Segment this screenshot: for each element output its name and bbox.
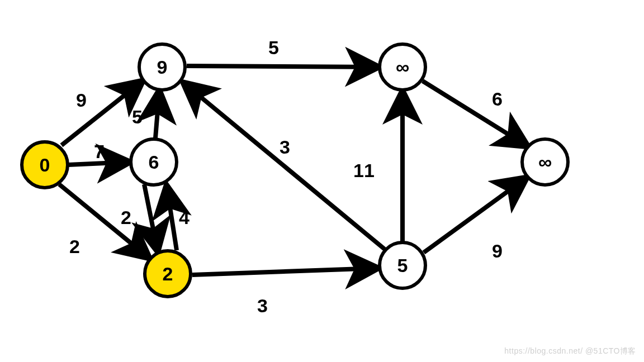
svg-line-4 <box>144 184 158 251</box>
node-A: 0 <box>20 140 69 189</box>
weight-BF: 5 <box>268 37 279 59</box>
node-C-label: 6 <box>149 151 159 173</box>
node-F-label: ∞ <box>396 56 409 78</box>
svg-line-6 <box>192 268 378 275</box>
node-E-label: 5 <box>397 255 408 277</box>
weight-CD: 2 <box>121 207 131 228</box>
weight-CB: 5 <box>132 106 143 128</box>
svg-line-10 <box>187 66 378 67</box>
weight-EB: 3 <box>280 136 290 158</box>
node-B-label: 9 <box>157 56 168 78</box>
svg-line-3 <box>155 90 159 138</box>
svg-line-9 <box>424 178 527 253</box>
graph-canvas: 0 9 6 2 5 ∞ ∞ 9 7 2 5 2 4 3 3 11 9 5 6 h… <box>0 0 644 362</box>
node-E: 5 <box>378 241 427 290</box>
node-C: 6 <box>129 137 178 187</box>
weight-DE: 3 <box>257 295 268 317</box>
node-F: ∞ <box>378 42 427 92</box>
svg-line-5 <box>167 185 177 250</box>
weight-AD: 2 <box>69 236 80 258</box>
weight-EF: 11 <box>353 160 375 182</box>
node-B: 9 <box>138 42 187 92</box>
weight-EG: 9 <box>492 240 503 262</box>
svg-line-0 <box>61 81 143 145</box>
watermark: https://blog.csdn.net/ @51CTO博客 <box>504 346 636 356</box>
node-D-label: 2 <box>163 263 173 285</box>
weight-FG: 6 <box>492 88 503 110</box>
weight-DC: 4 <box>179 207 190 228</box>
weight-AC: 7 <box>94 141 105 163</box>
weight-AB: 9 <box>76 89 87 111</box>
node-G: ∞ <box>520 137 570 187</box>
svg-line-11 <box>423 81 528 146</box>
node-G-label: ∞ <box>538 151 552 173</box>
node-A-label: 0 <box>40 154 50 176</box>
node-D: 2 <box>143 249 192 298</box>
